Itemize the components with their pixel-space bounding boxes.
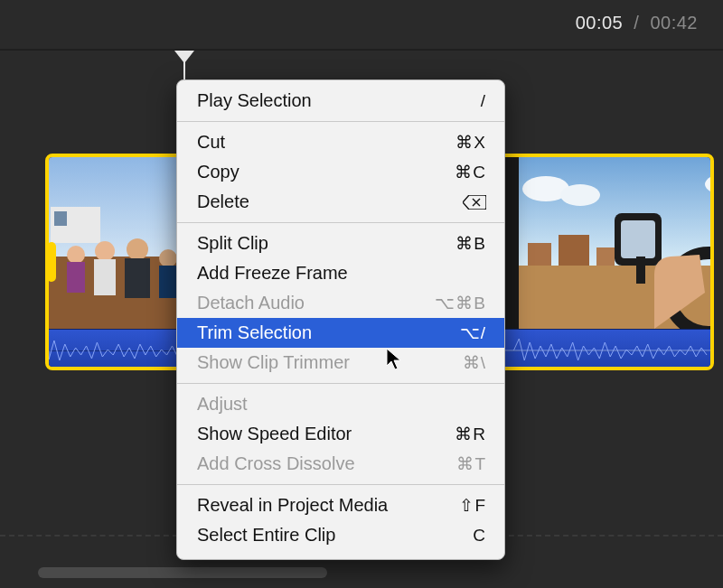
menu-item-shortcut: ⌥/ [423, 322, 486, 345]
menu-item-label: Reveal in Project Media [197, 493, 423, 518]
menu-item-copy[interactable]: Copy⌘C [177, 157, 504, 187]
svg-point-10 [159, 249, 177, 267]
menu-item-label: Split Clip [197, 231, 423, 256]
menu-item-shortcut: ⌘X [423, 131, 486, 154]
toolbar-divider [0, 49, 723, 51]
menu-item-label: Select Entire Clip [197, 523, 423, 547]
menu-item-detach-audio: Detach Audio⌥⌘B [177, 288, 504, 318]
svg-rect-5 [67, 262, 85, 293]
menu-item-shortcut: ⇧F [423, 494, 486, 518]
menu-separator [177, 383, 504, 384]
menu-item-play-selection[interactable]: Play Selection/ [177, 86, 504, 116]
svg-rect-3 [54, 211, 67, 226]
menu-item-label: Trim Selection [197, 321, 423, 345]
current-time: 00:05 [576, 13, 624, 33]
menu-item-add-freeze-frame[interactable]: Add Freeze Frame [177, 258, 504, 288]
svg-rect-18 [596, 247, 615, 267]
svg-point-4 [67, 246, 85, 264]
svg-rect-7 [94, 259, 116, 295]
menu-item-reveal-in-project-media[interactable]: Reveal in Project Media⇧F [177, 490, 504, 520]
svg-point-14 [560, 184, 600, 206]
menu-item-shortcut: ⌥⌘B [423, 292, 486, 315]
clip-thumbnail-right [519, 157, 714, 329]
menu-item-label: Add Freeze Frame [197, 261, 423, 285]
menu-item-adjust: Adjust [177, 389, 504, 419]
horizontal-scrollbar[interactable] [38, 567, 327, 578]
trim-handle-left[interactable] [47, 242, 56, 282]
svg-rect-21 [621, 220, 655, 258]
menu-item-label: Detach Audio [197, 291, 423, 315]
menu-item-label: Add Cross Dissolve [197, 452, 423, 476]
clip-thumbnail-left [49, 157, 184, 329]
menu-separator [177, 121, 504, 122]
menu-item-shortcut: ⌘T [423, 453, 486, 476]
menu-item-label: Show Clip Trimmer [197, 350, 423, 375]
menu-item-label: Delete [197, 190, 423, 214]
menu-item-shortcut: ⌘R [423, 423, 486, 446]
svg-rect-16 [528, 243, 551, 266]
svg-rect-22 [636, 257, 645, 284]
menu-item-shortcut: C [423, 524, 486, 547]
menu-item-label: Adjust [197, 392, 423, 416]
menu-item-shortcut: / [423, 89, 486, 113]
menu-item-show-clip-trimmer: Show Clip Trimmer⌘\ [177, 348, 504, 378]
menu-item-cut[interactable]: Cut⌘X [177, 127, 504, 157]
menu-item-label: Copy [197, 160, 423, 184]
svg-rect-17 [559, 235, 589, 267]
menu-item-label: Show Speed Editor [197, 422, 423, 446]
menu-item-show-speed-editor[interactable]: Show Speed Editor⌘R [177, 419, 504, 449]
menu-separator [177, 222, 504, 223]
svg-point-8 [127, 238, 148, 260]
menu-item-split-clip[interactable]: Split Clip⌘B [177, 229, 504, 258]
menu-item-delete[interactable]: Delete [177, 187, 504, 217]
menu-item-shortcut: ⌘B [423, 232, 486, 256]
menu-item-shortcut: ⌘\ [423, 351, 486, 375]
clip-context-menu[interactable]: Play Selection/Cut⌘XCopy⌘CDeleteSplit Cl… [176, 79, 505, 560]
menu-item-shortcut: ⌘C [423, 161, 486, 184]
svg-rect-9 [125, 258, 150, 298]
menu-item-trim-selection[interactable]: Trim Selection⌥/ [177, 318, 504, 348]
menu-item-label: Cut [197, 130, 423, 154]
menu-item-add-cross-dissolve: Add Cross Dissolve⌘T [177, 449, 504, 479]
menu-item-select-entire-clip[interactable]: Select Entire ClipC [177, 520, 504, 550]
menu-item-label: Play Selection [197, 89, 423, 113]
total-time: 00:42 [650, 13, 698, 33]
svg-point-6 [95, 241, 115, 261]
menu-item-shortcut [423, 191, 486, 214]
menu-separator [177, 484, 504, 485]
time-readout: 00:05 / 00:42 [576, 13, 698, 33]
time-separator: / [634, 13, 639, 33]
